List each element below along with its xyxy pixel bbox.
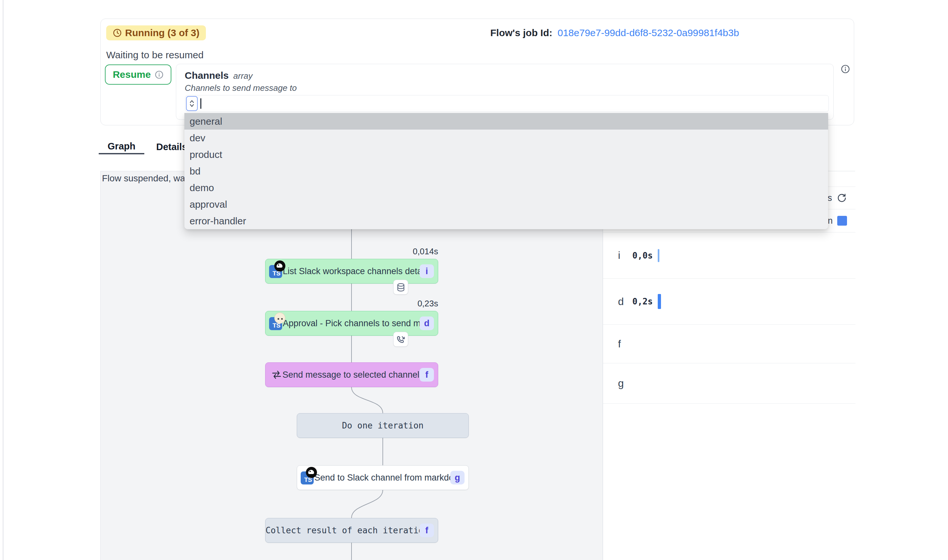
field-name: Channels — [185, 70, 229, 81]
flow-node-list-channels[interactable]: TS List Slack workspace channels details… — [265, 259, 438, 283]
flow-node-forloop[interactable]: Send message to selected channels f — [265, 362, 438, 387]
node-duration: 0,23s — [265, 298, 438, 309]
node-label: Send message to selected channels — [282, 370, 419, 380]
timeline-row-i[interactable]: i 0,0s — [603, 232, 856, 279]
node-label: List Slack workspace channels details — [283, 266, 419, 277]
field-description: Channels to send message to — [185, 83, 297, 93]
dropdown-option-approval[interactable]: approval — [184, 196, 828, 212]
node-label: Collect result of each iteration — [265, 526, 419, 535]
typescript-deno-icon: TS — [269, 265, 283, 278]
clock-icon — [113, 28, 122, 37]
node-label: Approval - Pick channels to send me… — [283, 318, 419, 329]
typescript-bun-icon: TS — [269, 317, 283, 330]
timeline-row-g[interactable]: g — [603, 363, 856, 404]
dropdown-option-dev[interactable]: dev — [184, 129, 828, 146]
text-cursor — [200, 98, 201, 109]
timeline-bar — [658, 249, 659, 262]
flow-node-collect-result[interactable]: Collect result of each iteration f — [265, 518, 438, 543]
refresh-icon[interactable] — [837, 193, 847, 203]
flow-node-approval[interactable]: TS Approval - Pick channels to send me… … — [265, 311, 438, 336]
flow-node-send-markdown[interactable]: TS Send to Slack channel from markdo… g — [297, 465, 469, 490]
step-duration: 0,0s — [632, 251, 653, 260]
dropdown-option-error-handler[interactable]: error-handler — [184, 212, 828, 229]
channels-input[interactable] — [185, 95, 829, 112]
field-type: array — [233, 71, 253, 81]
timeline-panel: 5s on i 0,0s d 0,2s — [603, 171, 856, 560]
dropdown-option-product[interactable]: product — [184, 146, 828, 163]
timeline-row-f[interactable]: f — [603, 325, 856, 363]
step-label: d — [618, 295, 628, 308]
step-label: f — [618, 338, 628, 350]
dropdown-option-bd[interactable]: bd — [184, 163, 828, 179]
flow-graph-section: Flow suspended, wa 0,014s TS List Slack … — [100, 171, 855, 560]
resume-button-label: Resume — [113, 69, 151, 80]
step-label: g — [618, 377, 628, 389]
info-icon — [155, 70, 163, 79]
node-id-badge: f — [419, 368, 434, 382]
node-id-badge: f — [419, 523, 434, 537]
flow-suspended-text: Flow suspended, wa — [102, 173, 185, 184]
node-id-badge: d — [419, 317, 434, 330]
waiting-text: Waiting to be resumed — [106, 49, 203, 60]
dropdown-option-demo[interactable]: demo — [184, 179, 828, 196]
step-label: i — [618, 249, 628, 262]
node-id-badge: g — [450, 471, 464, 485]
job-id-row: Flow's job Id: 018e79e7-99dd-d6f8-5232-0… — [490, 27, 739, 38]
view-tabs: Graph Details — [99, 139, 194, 154]
resume-form-box: Channelsarray Channels to send message t… — [176, 64, 834, 120]
node-id-badge: i — [419, 265, 434, 278]
node-label: Do one iteration — [297, 421, 469, 431]
resume-button[interactable]: Resume — [105, 65, 171, 85]
channels-dropdown: general dev product bd demo approval err… — [184, 113, 828, 229]
status-badge-label: Running (3 of 3) — [125, 27, 199, 38]
node-duration: 0,014s — [265, 246, 438, 257]
tab-graph[interactable]: Graph — [99, 139, 144, 154]
dropdown-option-general[interactable]: general — [184, 113, 828, 129]
chevrons-up-down-icon[interactable] — [186, 96, 198, 111]
job-id-link[interactable]: 018e79e7-99dd-d6f8-5232-0a99981f4b3b — [557, 27, 739, 38]
field-title: Channelsarray — [185, 70, 253, 81]
info-icon[interactable] — [841, 65, 850, 74]
cache-icon — [393, 280, 408, 295]
timeline-row-d[interactable]: d 0,2s — [603, 279, 856, 325]
status-badge: Running (3 of 3) — [106, 25, 206, 40]
legend-color-swatch — [837, 216, 847, 226]
typescript-deno-icon: TS — [301, 471, 314, 485]
repeat-loop-icon — [271, 369, 282, 381]
page-left-divider — [3, 0, 3, 560]
phone-incoming-icon — [393, 332, 408, 347]
node-label: Send to Slack channel from markdo… — [314, 473, 450, 483]
step-duration: 0,2s — [632, 297, 653, 306]
job-id-label: Flow's job Id: — [490, 27, 552, 38]
flow-node-do-iteration[interactable]: Do one iteration — [297, 413, 469, 438]
timeline-bar — [658, 294, 661, 309]
flow-status-card: Running (3 of 3) Flow's job Id: 018e79e7… — [100, 18, 854, 125]
